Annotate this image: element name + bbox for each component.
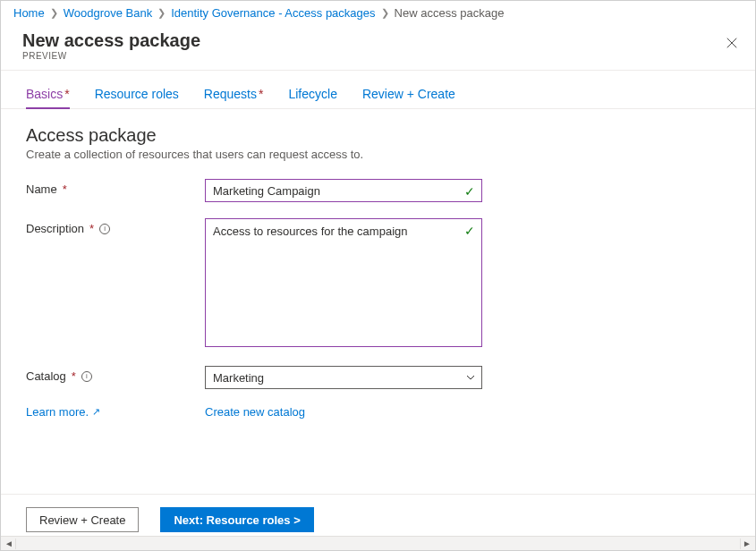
name-label: Name* [26, 179, 205, 196]
preview-badge: PREVIEW [22, 51, 734, 61]
breadcrumb-link-home[interactable]: Home [13, 6, 45, 20]
required-star-icon: * [89, 222, 94, 235]
create-catalog-link[interactable]: Create new catalog [205, 405, 305, 419]
tab-bar: Basics* Resource roles Requests* Lifecyc… [1, 71, 755, 109]
close-icon [726, 37, 738, 49]
tab-basics[interactable]: Basics* [26, 87, 70, 108]
breadcrumb-current: New access package [395, 6, 505, 20]
info-icon[interactable]: i [99, 224, 110, 234]
tab-review-create[interactable]: Review + Create [362, 87, 455, 108]
required-star-icon: * [72, 369, 76, 383]
required-star-icon: * [64, 87, 69, 101]
tab-resource-roles[interactable]: Resource roles [95, 87, 179, 108]
page-title: New access package [22, 30, 734, 51]
learn-more-text: Learn more. [26, 405, 89, 419]
required-star-icon: * [63, 182, 67, 196]
chevron-right-icon: ❯ [50, 7, 58, 19]
catalog-select-value: Marketing [213, 371, 264, 385]
horizontal-scrollbar[interactable]: ◄ ► [1, 536, 755, 550]
chevron-down-icon [465, 372, 476, 383]
info-icon[interactable]: i [81, 371, 92, 382]
tab-requests[interactable]: Requests* [204, 87, 264, 108]
learn-more-link[interactable]: Learn more. ↗ [26, 405, 100, 419]
description-label-text: Description [26, 222, 84, 235]
external-link-icon: ↗ [92, 406, 100, 418]
tab-label: Lifecycle [288, 87, 336, 101]
breadcrumb-link-governance[interactable]: Identity Governance - Access packages [171, 6, 375, 20]
breadcrumb-link-woodgrove[interactable]: Woodgrove Bank [64, 6, 153, 20]
tab-label: Basics [26, 87, 63, 101]
chevron-right-icon: ❯ [157, 7, 166, 19]
review-create-button[interactable]: Review + Create [26, 507, 139, 532]
scroll-right-arrow-icon[interactable]: ► [741, 538, 753, 550]
footer-actions: Review + Create Next: Resource roles > [1, 494, 755, 532]
tab-label: Requests [204, 87, 257, 101]
tab-lifecycle[interactable]: Lifecycle [288, 87, 336, 108]
name-input[interactable] [205, 179, 482, 202]
required-star-icon: * [259, 87, 263, 101]
description-input[interactable] [205, 218, 482, 347]
tab-label: Resource roles [95, 87, 179, 101]
chevron-right-icon: ❯ [381, 7, 389, 19]
catalog-label-text: Catalog [26, 369, 66, 383]
breadcrumb: Home ❯ Woodgrove Bank ❯ Identity Governa… [1, 1, 755, 23]
description-label: Description* i [26, 218, 205, 235]
name-label-text: Name [26, 182, 57, 196]
tab-label: Review + Create [362, 87, 455, 101]
scroll-left-arrow-icon[interactable]: ◄ [3, 538, 15, 550]
catalog-label: Catalog* i [26, 366, 205, 383]
scroll-track[interactable] [15, 538, 741, 549]
section-title: Access package [26, 125, 730, 146]
close-button[interactable] [721, 32, 743, 54]
section-description: Create a collection of resources that us… [26, 148, 730, 161]
catalog-select[interactable]: Marketing [205, 366, 482, 389]
next-button[interactable]: Next: Resource roles > [160, 507, 313, 532]
